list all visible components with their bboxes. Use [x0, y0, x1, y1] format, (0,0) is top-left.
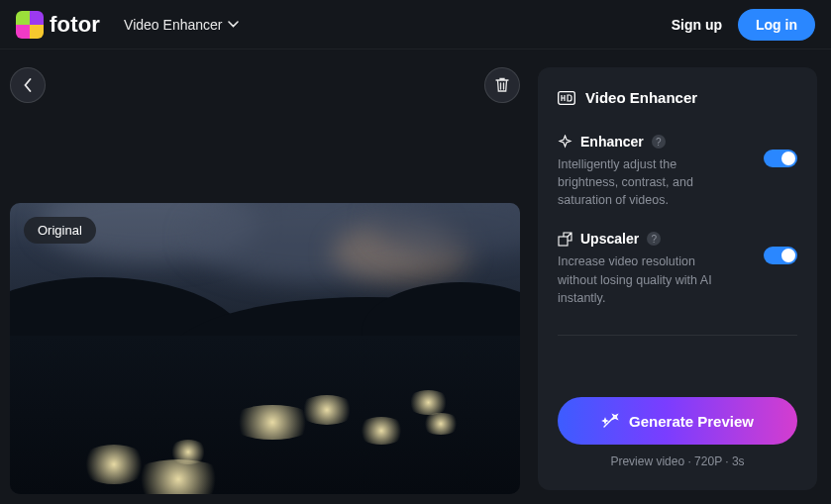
chevron-down-icon — [228, 21, 239, 28]
enhancer-toggle[interactable] — [764, 150, 797, 167]
generate-preview-button[interactable]: Generate Preview — [558, 397, 797, 445]
info-icon[interactable]: ? — [647, 232, 661, 246]
trash-icon — [495, 77, 509, 93]
logo-text: fotor — [50, 12, 100, 38]
panel-title-row: Video Enhancer — [558, 89, 797, 106]
logo[interactable]: fotor — [16, 11, 100, 39]
main-content: Original Video Enhancer — [0, 50, 831, 504]
enhancer-desc: Intelligently adjust the brightness, con… — [558, 155, 736, 209]
chevron-left-icon — [24, 78, 32, 92]
canvas-area: Original — [0, 50, 538, 504]
signup-link[interactable]: Sign up — [672, 17, 722, 33]
svg-rect-0 — [559, 91, 575, 104]
settings-panel: Video Enhancer Enhancer ? Intelligently … — [538, 67, 817, 490]
upscale-icon — [558, 232, 572, 247]
back-button[interactable] — [10, 67, 46, 103]
preview-meta: Preview video · 720P · 3s — [558, 454, 797, 468]
app-header: fotor Video Enhancer Sign up Log in — [0, 0, 831, 50]
delete-button[interactable] — [484, 67, 520, 103]
original-badge: Original — [24, 217, 96, 244]
panel-title: Video Enhancer — [585, 89, 697, 106]
enhancer-title: Enhancer — [580, 134, 644, 150]
logo-mark-icon — [16, 11, 44, 39]
upscaler-desc: Increase video resolution without losing… — [558, 252, 736, 306]
sparkle-icon — [558, 135, 572, 150]
hd-icon — [558, 91, 575, 105]
svg-rect-1 — [559, 237, 568, 246]
login-button[interactable]: Log in — [738, 9, 815, 41]
info-icon[interactable]: ? — [652, 135, 666, 149]
tool-selector-label: Video Enhancer — [124, 17, 222, 33]
enhancer-option: Enhancer ? Intelligently adjust the brig… — [558, 134, 797, 209]
magic-wand-icon — [601, 412, 619, 430]
upscaler-toggle[interactable] — [764, 247, 797, 264]
tool-selector[interactable]: Video Enhancer — [124, 17, 239, 33]
generate-label: Generate Preview — [629, 413, 754, 430]
upscaler-title: Upscaler — [580, 231, 639, 247]
upscaler-option: Upscaler ? Increase video resolution wit… — [558, 231, 797, 306]
video-preview[interactable]: Original — [10, 203, 520, 494]
divider — [558, 335, 797, 336]
